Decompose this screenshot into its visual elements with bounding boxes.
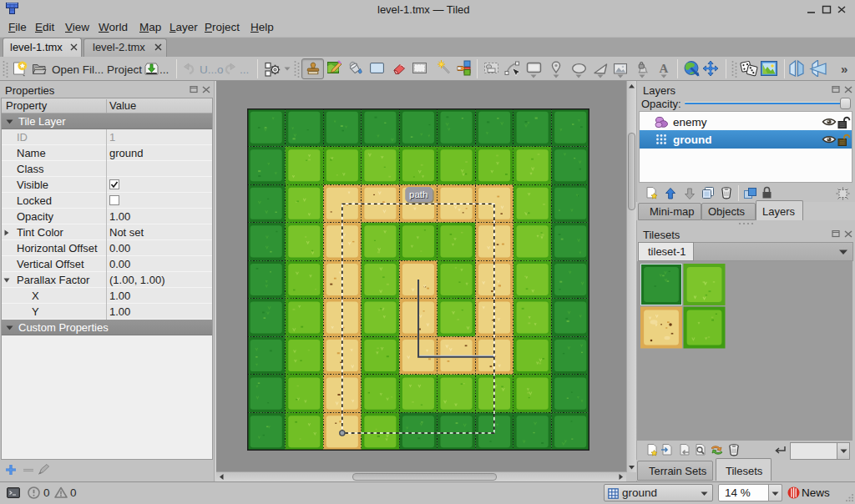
svg-text:A: A — [660, 62, 669, 75]
svg-text:path: path — [409, 189, 428, 199]
